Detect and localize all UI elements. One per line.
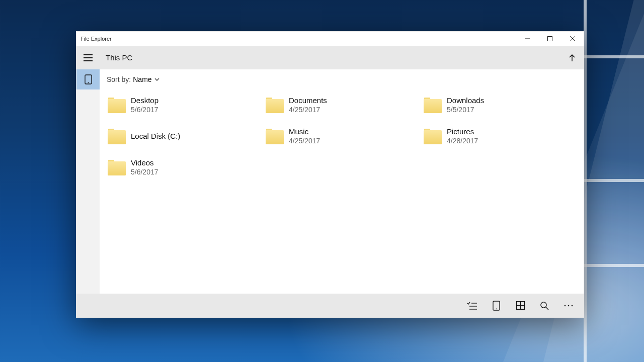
sidebar	[76, 69, 100, 294]
folder-date: 5/6/2017	[131, 168, 158, 176]
sort-bar[interactable]: Sort by: Name	[100, 69, 584, 89]
grid-view-button[interactable]	[508, 294, 532, 317]
content-area: Sort by: Name Desktop5/6/2017Documents4/…	[100, 69, 584, 294]
maximize-button[interactable]	[538, 32, 561, 46]
sort-label: Sort by:	[107, 75, 131, 83]
file-explorer-window: File Explorer This PC	[76, 31, 584, 318]
folder-item[interactable]: Local Disk (C:)	[105, 121, 263, 152]
folder-item[interactable]: Music4/25/2017	[263, 121, 421, 152]
svg-point-22	[572, 305, 573, 306]
folder-date: 5/5/2017	[447, 106, 484, 114]
folder-icon	[108, 128, 126, 144]
svg-point-20	[565, 305, 566, 306]
device-view-button[interactable]	[484, 294, 508, 317]
folder-date: 4/28/2017	[447, 137, 478, 145]
folder-name: Desktop	[131, 96, 158, 105]
breadcrumb[interactable]: This PC	[100, 53, 132, 62]
hamburger-icon	[84, 54, 93, 61]
tablet-icon	[493, 301, 500, 311]
close-button[interactable]	[561, 32, 584, 46]
hamburger-menu-button[interactable]	[76, 46, 100, 69]
window-title: File Explorer	[80, 36, 112, 42]
folder-name: Downloads	[447, 96, 484, 105]
select-mode-button[interactable]	[460, 294, 484, 317]
search-icon	[540, 301, 549, 310]
arrow-up-icon	[568, 54, 576, 62]
grid-icon	[516, 301, 525, 310]
chevron-down-icon	[153, 76, 160, 83]
folder-name: Local Disk (C:)	[131, 132, 180, 141]
ellipsis-icon	[564, 304, 573, 307]
svg-point-18	[541, 302, 546, 307]
folder-date: 4/25/2017	[289, 137, 320, 145]
folder-date: 5/6/2017	[131, 106, 158, 114]
minimize-button[interactable]	[516, 32, 538, 46]
more-button[interactable]	[556, 294, 581, 317]
folder-item[interactable]: Pictures4/28/2017	[421, 121, 579, 152]
checklist-icon	[467, 302, 477, 310]
svg-rect-1	[547, 37, 552, 41]
svg-line-19	[546, 307, 548, 309]
folder-icon	[108, 159, 126, 175]
folder-name: Documents	[289, 96, 327, 105]
folder-item[interactable]: Desktop5/6/2017	[105, 89, 263, 121]
folder-icon	[266, 128, 284, 144]
folder-name: Pictures	[447, 127, 478, 136]
tablet-icon	[85, 74, 92, 84]
search-button[interactable]	[532, 294, 556, 317]
titlebar[interactable]: File Explorer	[76, 32, 584, 46]
folder-item[interactable]: Videos5/6/2017	[105, 152, 263, 183]
folder-icon	[108, 97, 126, 113]
sort-value: Name	[133, 75, 151, 83]
folder-grid: Desktop5/6/2017Documents4/25/2017Downloa…	[100, 89, 584, 294]
header-bar: This PC	[76, 46, 584, 69]
folder-name: Videos	[131, 158, 158, 167]
svg-point-9	[88, 82, 89, 83]
bottom-toolbar	[76, 294, 584, 317]
folder-item[interactable]: Documents4/25/2017	[263, 89, 421, 121]
folder-icon	[266, 97, 284, 113]
folder-item[interactable]: Downloads5/5/2017	[421, 89, 579, 121]
sidebar-item-this-pc[interactable]	[76, 69, 100, 89]
folder-icon	[424, 128, 442, 144]
folder-date: 4/25/2017	[289, 106, 327, 114]
folder-name: Music	[289, 127, 320, 136]
svg-point-14	[496, 308, 497, 309]
svg-point-21	[568, 305, 570, 306]
folder-icon	[424, 97, 442, 113]
up-one-level-button[interactable]	[560, 46, 584, 69]
